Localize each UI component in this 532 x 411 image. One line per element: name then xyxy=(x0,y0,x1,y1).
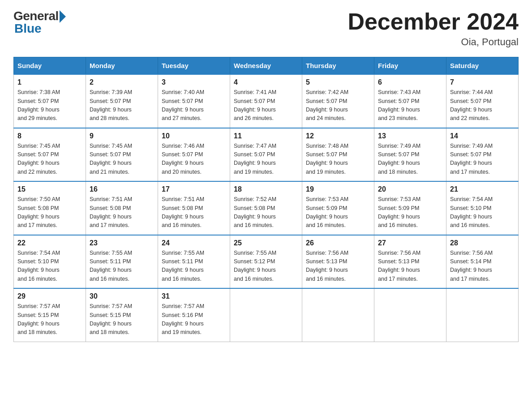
calendar-cell: 20Sunrise: 7:53 AMSunset: 5:09 PMDayligh… xyxy=(374,181,446,235)
calendar-cell: 9Sunrise: 7:45 AMSunset: 5:07 PMDaylight… xyxy=(86,128,158,182)
calendar-cell xyxy=(446,288,519,342)
day-number: 11 xyxy=(234,132,298,140)
day-info: Sunrise: 7:45 AMSunset: 5:07 PMDaylight:… xyxy=(90,142,154,177)
day-info: Sunrise: 7:55 AMSunset: 5:12 PMDaylight:… xyxy=(234,249,298,284)
day-info: Sunrise: 7:50 AMSunset: 5:08 PMDaylight:… xyxy=(17,195,82,230)
day-number: 25 xyxy=(234,239,298,247)
day-info: Sunrise: 7:52 AMSunset: 5:08 PMDaylight:… xyxy=(234,195,298,230)
calendar-cell: 28Sunrise: 7:56 AMSunset: 5:14 PMDayligh… xyxy=(446,235,519,289)
calendar-cell: 25Sunrise: 7:55 AMSunset: 5:12 PMDayligh… xyxy=(230,235,302,289)
day-info: Sunrise: 7:42 AMSunset: 5:07 PMDaylight:… xyxy=(306,88,370,123)
calendar-cell: 8Sunrise: 7:45 AMSunset: 5:07 PMDaylight… xyxy=(14,128,86,182)
day-info: Sunrise: 7:38 AMSunset: 5:07 PMDaylight:… xyxy=(17,88,82,123)
day-number: 3 xyxy=(162,78,226,86)
day-info: Sunrise: 7:53 AMSunset: 5:09 PMDaylight:… xyxy=(306,195,370,230)
calendar-cell: 31Sunrise: 7:57 AMSunset: 5:16 PMDayligh… xyxy=(158,288,230,342)
day-number: 30 xyxy=(90,292,154,300)
weekday-header-thursday: Thursday xyxy=(302,57,374,75)
weekday-header-friday: Friday xyxy=(374,57,446,75)
calendar-cell: 14Sunrise: 7:49 AMSunset: 5:07 PMDayligh… xyxy=(446,128,519,182)
day-info: Sunrise: 7:53 AMSunset: 5:09 PMDaylight:… xyxy=(378,195,442,230)
day-number: 22 xyxy=(17,239,82,247)
calendar-cell xyxy=(302,288,374,342)
day-info: Sunrise: 7:40 AMSunset: 5:07 PMDaylight:… xyxy=(162,88,226,123)
weekday-header-saturday: Saturday xyxy=(446,57,519,75)
calendar-cell xyxy=(374,288,446,342)
day-info: Sunrise: 7:57 AMSunset: 5:16 PMDaylight:… xyxy=(162,302,226,337)
day-info: Sunrise: 7:41 AMSunset: 5:07 PMDaylight:… xyxy=(234,88,298,123)
day-number: 28 xyxy=(450,239,515,247)
calendar-cell: 3Sunrise: 7:40 AMSunset: 5:07 PMDaylight… xyxy=(158,74,230,128)
week-row-2: 8Sunrise: 7:45 AMSunset: 5:07 PMDaylight… xyxy=(14,128,519,182)
week-row-1: 1Sunrise: 7:38 AMSunset: 5:07 PMDaylight… xyxy=(14,74,519,128)
day-info: Sunrise: 7:46 AMSunset: 5:07 PMDaylight:… xyxy=(162,142,226,177)
logo-arrow-icon xyxy=(60,10,66,23)
month-title: December 2024 xyxy=(348,9,519,34)
calendar-cell: 17Sunrise: 7:51 AMSunset: 5:08 PMDayligh… xyxy=(158,181,230,235)
calendar-cell: 16Sunrise: 7:51 AMSunset: 5:08 PMDayligh… xyxy=(86,181,158,235)
day-number: 6 xyxy=(378,78,442,86)
calendar-cell: 27Sunrise: 7:56 AMSunset: 5:13 PMDayligh… xyxy=(374,235,446,289)
day-info: Sunrise: 7:48 AMSunset: 5:07 PMDaylight:… xyxy=(306,142,370,177)
day-info: Sunrise: 7:44 AMSunset: 5:07 PMDaylight:… xyxy=(450,88,515,123)
day-info: Sunrise: 7:56 AMSunset: 5:13 PMDaylight:… xyxy=(378,249,442,284)
logo-blue-text: Blue xyxy=(14,21,42,36)
day-number: 17 xyxy=(162,185,226,193)
weekday-header-sunday: Sunday xyxy=(14,57,86,75)
logo: General Blue xyxy=(13,9,66,36)
day-info: Sunrise: 7:55 AMSunset: 5:11 PMDaylight:… xyxy=(162,249,226,284)
day-number: 5 xyxy=(306,78,370,86)
location: Oia, Portugal xyxy=(348,36,519,48)
title-block: December 2024 Oia, Portugal xyxy=(348,9,519,48)
day-number: 20 xyxy=(378,185,442,193)
day-info: Sunrise: 7:55 AMSunset: 5:11 PMDaylight:… xyxy=(90,249,154,284)
day-number: 21 xyxy=(450,185,515,193)
calendar-cell: 18Sunrise: 7:52 AMSunset: 5:08 PMDayligh… xyxy=(230,181,302,235)
calendar-cell: 21Sunrise: 7:54 AMSunset: 5:10 PMDayligh… xyxy=(446,181,519,235)
calendar-cell: 10Sunrise: 7:46 AMSunset: 5:07 PMDayligh… xyxy=(158,128,230,182)
day-info: Sunrise: 7:54 AMSunset: 5:10 PMDaylight:… xyxy=(17,249,82,284)
calendar-cell: 24Sunrise: 7:55 AMSunset: 5:11 PMDayligh… xyxy=(158,235,230,289)
day-number: 4 xyxy=(234,78,298,86)
calendar-cell: 12Sunrise: 7:48 AMSunset: 5:07 PMDayligh… xyxy=(302,128,374,182)
week-row-5: 29Sunrise: 7:57 AMSunset: 5:15 PMDayligh… xyxy=(14,288,519,342)
calendar-cell: 13Sunrise: 7:49 AMSunset: 5:07 PMDayligh… xyxy=(374,128,446,182)
day-info: Sunrise: 7:56 AMSunset: 5:14 PMDaylight:… xyxy=(450,249,515,284)
week-row-3: 15Sunrise: 7:50 AMSunset: 5:08 PMDayligh… xyxy=(14,181,519,235)
day-info: Sunrise: 7:45 AMSunset: 5:07 PMDaylight:… xyxy=(17,142,82,177)
calendar-table: SundayMondayTuesdayWednesdayThursdayFrid… xyxy=(13,57,519,342)
day-number: 12 xyxy=(306,132,370,140)
day-number: 13 xyxy=(378,132,442,140)
weekday-header-row: SundayMondayTuesdayWednesdayThursdayFrid… xyxy=(14,57,519,75)
calendar-cell: 30Sunrise: 7:57 AMSunset: 5:15 PMDayligh… xyxy=(86,288,158,342)
day-info: Sunrise: 7:43 AMSunset: 5:07 PMDaylight:… xyxy=(378,88,442,123)
day-number: 8 xyxy=(17,132,82,140)
day-number: 31 xyxy=(162,292,226,300)
day-info: Sunrise: 7:57 AMSunset: 5:15 PMDaylight:… xyxy=(90,302,154,337)
page-header: General Blue December 2024 Oia, Portugal xyxy=(13,9,519,48)
week-row-4: 22Sunrise: 7:54 AMSunset: 5:10 PMDayligh… xyxy=(14,235,519,289)
day-info: Sunrise: 7:51 AMSunset: 5:08 PMDaylight:… xyxy=(162,195,226,230)
weekday-header-wednesday: Wednesday xyxy=(230,57,302,75)
calendar-cell: 11Sunrise: 7:47 AMSunset: 5:07 PMDayligh… xyxy=(230,128,302,182)
day-number: 18 xyxy=(234,185,298,193)
day-number: 10 xyxy=(162,132,226,140)
day-number: 1 xyxy=(17,78,82,86)
calendar-cell xyxy=(230,288,302,342)
calendar-cell: 22Sunrise: 7:54 AMSunset: 5:10 PMDayligh… xyxy=(14,235,86,289)
day-number: 29 xyxy=(17,292,82,300)
day-number: 9 xyxy=(90,132,154,140)
day-number: 24 xyxy=(162,239,226,247)
day-info: Sunrise: 7:56 AMSunset: 5:13 PMDaylight:… xyxy=(306,249,370,284)
day-info: Sunrise: 7:49 AMSunset: 5:07 PMDaylight:… xyxy=(450,142,515,177)
calendar-cell: 1Sunrise: 7:38 AMSunset: 5:07 PMDaylight… xyxy=(14,74,86,128)
day-info: Sunrise: 7:57 AMSunset: 5:15 PMDaylight:… xyxy=(17,302,82,337)
weekday-header-tuesday: Tuesday xyxy=(158,57,230,75)
weekday-header-monday: Monday xyxy=(86,57,158,75)
day-number: 16 xyxy=(90,185,154,193)
day-number: 23 xyxy=(90,239,154,247)
day-info: Sunrise: 7:47 AMSunset: 5:07 PMDaylight:… xyxy=(234,142,298,177)
calendar-cell: 23Sunrise: 7:55 AMSunset: 5:11 PMDayligh… xyxy=(86,235,158,289)
calendar-cell: 29Sunrise: 7:57 AMSunset: 5:15 PMDayligh… xyxy=(14,288,86,342)
calendar-cell: 19Sunrise: 7:53 AMSunset: 5:09 PMDayligh… xyxy=(302,181,374,235)
